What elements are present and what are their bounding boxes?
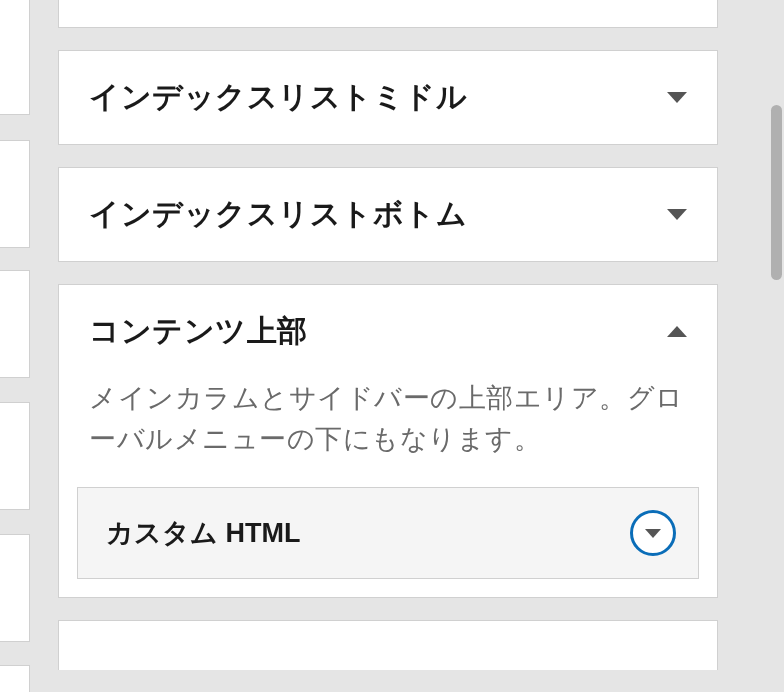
panel-description: メインカラムとサイドバーの上部エリア。グローバルメニューの下にもなります。 bbox=[59, 378, 717, 479]
widget-custom-html[interactable]: カスタム HTML bbox=[77, 487, 699, 579]
widget-area-column: インデックスリストミドル インデックスリストボトム コンテンツ上部 メインカラム… bbox=[58, 0, 718, 692]
chevron-up-icon bbox=[667, 326, 687, 337]
vertical-scrollbar[interactable] bbox=[771, 105, 782, 280]
panel-header-content-top[interactable]: コンテンツ上部 bbox=[59, 285, 717, 378]
widget-title: カスタム HTML bbox=[106, 515, 300, 551]
chevron-down-icon bbox=[667, 92, 687, 103]
panel-title: インデックスリストボトム bbox=[89, 194, 467, 235]
panel-title: コンテンツ上部 bbox=[89, 311, 308, 352]
widget-area-content-top: コンテンツ上部 メインカラムとサイドバーの上部エリア。グローバルメニューの下にも… bbox=[58, 284, 718, 598]
widget-area-panel-partial-below bbox=[58, 620, 718, 670]
panel-header-index-bottom[interactable]: インデックスリストボトム bbox=[59, 168, 717, 261]
widget-area-panel-partial-above bbox=[58, 0, 718, 28]
left-sidebar-stubs bbox=[0, 0, 30, 692]
panel-title: インデックスリストミドル bbox=[89, 77, 467, 118]
widget-area-index-bottom[interactable]: インデックスリストボトム bbox=[58, 167, 718, 262]
widget-area-index-middle[interactable]: インデックスリストミドル bbox=[58, 50, 718, 145]
chevron-down-icon bbox=[667, 209, 687, 220]
chevron-down-icon bbox=[645, 529, 661, 538]
widget-toggle-button[interactable] bbox=[630, 510, 676, 556]
panel-header-index-middle[interactable]: インデックスリストミドル bbox=[59, 51, 717, 144]
